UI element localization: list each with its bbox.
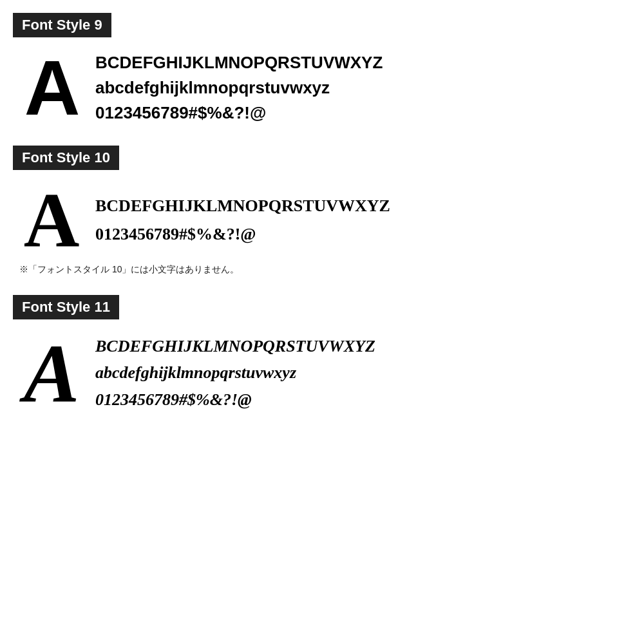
font-style-10-line-2: 0123456789#$%&?!@ xyxy=(95,220,390,249)
font-style-10-demo: A BCDEFGHIJKLMNOPQRSTUVWXYZ 0123456789#$… xyxy=(13,182,631,259)
font-style-10-big-letter: A xyxy=(19,182,84,259)
font-style-11-big-letter: A xyxy=(19,331,84,415)
font-style-10-chars: BCDEFGHIJKLMNOPQRSTUVWXYZ 0123456789#$%&… xyxy=(95,192,390,249)
font-style-9-section: Font Style 9 A BCDEFGHIJKLMNOPQRSTUVWXYZ… xyxy=(13,13,631,126)
font-style-9-line-3: 0123456789#$%&?!@ xyxy=(95,100,383,126)
font-style-9-demo: A BCDEFGHIJKLMNOPQRSTUVWXYZ abcdefghijkl… xyxy=(13,49,631,126)
font-style-11-line-2: abcdefghijklmnopqrstuvwxyz xyxy=(95,359,375,386)
font-style-11-line-1: BCDEFGHIJKLMNOPQRSTUVWXYZ xyxy=(95,333,375,360)
font-style-11-section: Font Style 11 A BCDEFGHIJKLMNOPQRSTUVWXY… xyxy=(13,295,631,415)
font-style-9-chars: BCDEFGHIJKLMNOPQRSTUVWXYZ abcdefghijklmn… xyxy=(95,50,383,126)
font-style-11-demo: A BCDEFGHIJKLMNOPQRSTUVWXYZ abcdefghijkl… xyxy=(13,331,631,415)
font-style-10-section: Font Style 10 A BCDEFGHIJKLMNOPQRSTUVWXY… xyxy=(13,146,631,276)
font-style-11-chars: BCDEFGHIJKLMNOPQRSTUVWXYZ abcdefghijklmn… xyxy=(95,333,375,413)
font-style-10-line-1: BCDEFGHIJKLMNOPQRSTUVWXYZ xyxy=(95,192,390,220)
font-style-10-note: ※「フォントスタイル 10」には小文字はありません。 xyxy=(13,264,631,276)
page-container: Font Style 9 A BCDEFGHIJKLMNOPQRSTUVWXYZ… xyxy=(0,0,644,644)
font-style-9-line-1: BCDEFGHIJKLMNOPQRSTUVWXYZ xyxy=(95,50,383,75)
font-style-9-big-letter: A xyxy=(19,49,84,126)
font-style-9-line-2: abcdefghijklmnopqrstuvwxyz xyxy=(95,75,383,100)
font-style-11-label: Font Style 11 xyxy=(13,295,119,319)
font-style-11-line-3: 0123456789#$%&?!@ xyxy=(95,386,375,413)
font-style-10-label: Font Style 10 xyxy=(13,146,119,170)
font-style-9-label: Font Style 9 xyxy=(13,13,111,37)
